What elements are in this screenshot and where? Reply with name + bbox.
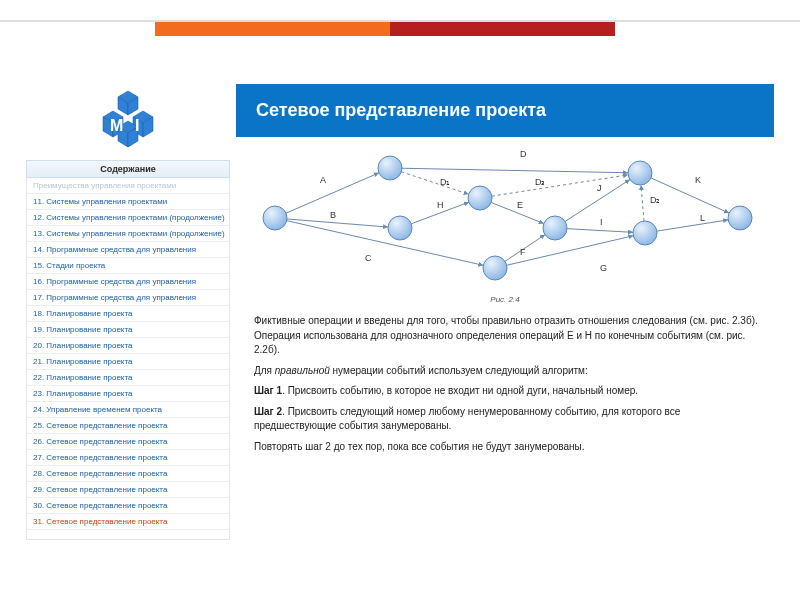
toc-item[interactable]: 20. Планирование проекта <box>27 338 229 354</box>
paragraph-1: Фиктивные операции и введены для того, ч… <box>254 314 760 358</box>
toc-item[interactable]: 23. Планирование проекта <box>27 386 229 402</box>
network-diagram-wrap: ABCDD₁HED₃FGJID₂KL Рис. 2.4 <box>236 137 774 304</box>
toc-item[interactable]: 13. Системы управления проектами (продол… <box>27 226 229 242</box>
graph-node <box>633 221 657 245</box>
body-text: Фиктивные операции и введены для того, ч… <box>236 304 774 454</box>
graph-node <box>263 206 287 230</box>
accent-bar <box>0 20 800 38</box>
toc-item[interactable]: Преимущества управления проектами <box>27 178 229 194</box>
main-content: Сетевое представление проекта ABCDD₁HED₃… <box>236 84 774 544</box>
graph-edge-label: A <box>320 175 326 185</box>
graph-edge-label: D₁ <box>440 177 451 187</box>
graph-node <box>728 206 752 230</box>
graph-edge <box>401 172 468 194</box>
graph-edge <box>287 219 388 227</box>
graph-edge <box>567 229 633 233</box>
graph-node <box>388 216 412 240</box>
graph-edge-label: D₂ <box>650 195 661 205</box>
paragraph-last: Повторять шаг 2 до тех пор, пока все соб… <box>254 440 760 455</box>
toc-item[interactable]: 27. Сетевое представление проекта <box>27 450 229 466</box>
graph-node <box>378 156 402 180</box>
graph-edge-label: C <box>365 253 372 263</box>
graph-edge <box>287 221 484 266</box>
graph-edge-label: F <box>520 247 526 257</box>
toc-item[interactable]: 16. Программные средства для управления <box>27 274 229 290</box>
logo-cubes-icon: M I <box>73 87 183 157</box>
sidebar: M I Содержание Преимущества управления п… <box>26 84 230 544</box>
graph-edge <box>651 178 729 213</box>
svg-text:M: M <box>110 117 123 134</box>
toc-item[interactable]: 24. Управление временем проекта <box>27 402 229 418</box>
graph-edge <box>507 236 634 266</box>
step-2: Шаг 2. Присвоить следующий номер любому … <box>254 405 760 434</box>
toc-item[interactable]: 15. Стадии проекта <box>27 258 229 274</box>
graph-node <box>468 186 492 210</box>
toc-item[interactable]: 18. Планирование проекта <box>27 306 229 322</box>
graph-edge-label: D₃ <box>535 177 546 187</box>
graph-edge <box>402 168 628 173</box>
toc-item[interactable]: 29. Сетевое представление проекта <box>27 482 229 498</box>
graph-edge-label: I <box>600 217 603 227</box>
paragraph-2: Для правильной нумерации событий использ… <box>254 364 760 379</box>
toc-item[interactable]: 21. Планирование проекта <box>27 354 229 370</box>
toc-item[interactable]: 28. Сетевое представление проекта <box>27 466 229 482</box>
page: M I Содержание Преимущества управления п… <box>26 84 774 544</box>
graph-edge <box>641 185 644 221</box>
toc-item[interactable]: 26. Сетевое представление проекта <box>27 434 229 450</box>
toc-item[interactable]: 30. Сетевое представление проекта <box>27 498 229 514</box>
graph-node <box>483 256 507 280</box>
toc-item[interactable]: 17. Программные средства для управления <box>27 290 229 306</box>
toc-list: Преимущества управления проектами11. Сис… <box>26 178 230 540</box>
page-title: Сетевое представление проекта <box>236 84 774 137</box>
graph-node <box>543 216 567 240</box>
toc-item[interactable]: 31. Сетевое представление проекта <box>27 514 229 530</box>
logo: M I <box>26 84 230 160</box>
graph-edge-label: E <box>517 200 523 210</box>
toc-item[interactable]: 12. Системы управления проектами (продол… <box>27 210 229 226</box>
toc-item[interactable]: 11. Системы управления проектами <box>27 194 229 210</box>
graph-edge-label: G <box>600 263 607 273</box>
graph-edge-label: J <box>597 183 602 193</box>
step-1: Шаг 1. Присвоить событию, в которое не в… <box>254 384 760 399</box>
graph-edge-label: H <box>437 200 444 210</box>
toc-item[interactable]: 22. Планирование проекта <box>27 370 229 386</box>
graph-edge-label: D <box>520 149 527 159</box>
figure-caption: Рис. 2.4 <box>490 295 519 304</box>
toc-item[interactable]: 19. Планирование проекта <box>27 322 229 338</box>
graph-edge-label: K <box>695 175 701 185</box>
toc-item[interactable]: 25. Сетевое представление проекта <box>27 418 229 434</box>
toc-item[interactable]: 14. Программные средства для управления <box>27 242 229 258</box>
graph-edge-label: B <box>330 210 336 220</box>
graph-edge <box>286 173 379 213</box>
graph-node <box>628 161 652 185</box>
svg-text:I: I <box>135 117 139 134</box>
graph-edge <box>492 175 628 196</box>
toc-header: Содержание <box>26 160 230 178</box>
graph-edge <box>657 220 728 231</box>
network-diagram: ABCDD₁HED₃FGJID₂KL <box>245 143 765 293</box>
graph-edge-label: L <box>700 213 705 223</box>
